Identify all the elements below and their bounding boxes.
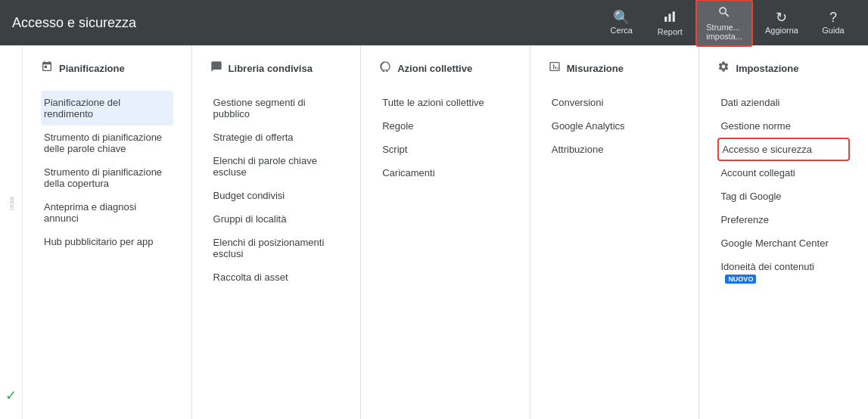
guida-button[interactable]: ? Guida [810, 6, 856, 39]
strumenti-icon [717, 5, 731, 21]
item-caricamenti[interactable]: Caricamenti [379, 161, 512, 185]
dropdown-overlay: a ura ✓ Pianificazione Pianificazione de… [0, 45, 868, 419]
item-strumento-parole[interactable]: Strumento di pianificazione delle parole… [41, 126, 173, 160]
dropdown-content: Pianificazione Pianificazione del rendim… [23, 45, 868, 419]
item-script[interactable]: Script [379, 138, 512, 161]
item-raccolta-asset[interactable]: Raccolta di asset [210, 265, 343, 289]
item-strumento-copertura[interactable]: Strumento di pianificazione della copert… [41, 160, 173, 195]
cerca-button[interactable]: 🔍 Cerca [599, 6, 644, 39]
report-button[interactable]: Report [647, 5, 692, 41]
nuovo-badge: NUOVO [725, 275, 756, 284]
item-strategie-offerta[interactable]: Strategie di offerta [210, 126, 343, 149]
idoneita-label: Idoneità dei contenuti [720, 261, 814, 272]
item-google-merchant[interactable]: Google Merchant Center [717, 231, 850, 255]
impostazione-header-icon [717, 61, 730, 76]
item-gruppi-localita[interactable]: Gruppi di località [210, 207, 343, 231]
item-anteprima[interactable]: Anteprima e diagnosi annunci [41, 195, 173, 230]
item-dati-aziendali[interactable]: Dati aziendali [717, 91, 850, 114]
item-tag-google[interactable]: Tag di Google [717, 185, 850, 208]
col-header-impostazione-label: Impostazione [736, 63, 798, 74]
strumenti-label: Strume...imposta... [706, 23, 742, 41]
aggiorna-button[interactable]: ↻ Aggiorna [756, 6, 807, 39]
strumenti-button[interactable]: Strume...imposta... [695, 0, 753, 47]
item-elenchi-parole[interactable]: Elenchi di parole chiave escluse [210, 149, 343, 184]
col-header-azioni: Azioni collettive [379, 61, 512, 79]
page-title: Accesso e sicurezza [12, 15, 599, 31]
aggiorna-label: Aggiorna [765, 26, 798, 35]
svg-rect-2 [673, 11, 675, 22]
pianificazione-header-icon [41, 61, 53, 76]
item-tutte-azioni[interactable]: Tutte le azioni collettive [379, 91, 512, 114]
report-label: Report [658, 27, 683, 36]
item-elenchi-posizionamenti[interactable]: Elenchi di posizionamenti esclusi [210, 231, 343, 265]
col-header-misurazione-label: Misurazione [567, 63, 624, 74]
item-idoneita[interactable]: Idoneità dei contenutiNUOVO [717, 255, 850, 290]
libreria-header-icon [210, 61, 222, 76]
cerca-label: Cerca [611, 26, 633, 35]
col-impostazione: Impostazione Dati aziendali Gestione nor… [699, 45, 868, 419]
col-header-misurazione: Misurazione [549, 61, 681, 79]
item-preferenze[interactable]: Preferenze [717, 208, 850, 231]
cerca-icon: 🔍 [613, 11, 630, 24]
nav-actions: 🔍 Cerca Report Strume...imposta... ↻ Agg… [599, 0, 856, 47]
col-header-libreria: Libreria condivisa [210, 61, 343, 79]
item-attribuzione[interactable]: Attribuzione [549, 138, 681, 161]
col-header-azioni-label: Azioni collettive [397, 63, 472, 74]
col-header-pianificazione: Pianificazione [41, 61, 173, 79]
item-pianificazione-rendimento[interactable]: Pianificazione del rendimento [41, 91, 173, 126]
item-regole[interactable]: Regole [379, 114, 512, 138]
item-conversioni[interactable]: Conversioni [549, 91, 681, 114]
col-header-pianificazione-label: Pianificazione [59, 63, 125, 74]
edge-label2: ura [8, 200, 15, 210]
col-header-impostazione: Impostazione [717, 61, 850, 79]
col-azioni: Azioni collettive Tutte le azioni collet… [361, 45, 530, 419]
item-gestione-segmenti[interactable]: Gestione segmenti di pubblico [210, 91, 343, 126]
misurazione-header-icon [549, 61, 561, 76]
aggiorna-icon: ↻ [776, 11, 787, 24]
svg-rect-1 [669, 14, 671, 22]
guida-label: Guida [822, 26, 844, 35]
top-nav: Accesso e sicurezza 🔍 Cerca Report Strum… [0, 0, 868, 45]
col-pianificazione: Pianificazione Pianificazione del rendim… [23, 45, 192, 419]
item-budget-condivisi[interactable]: Budget condivisi [210, 184, 343, 207]
guida-icon: ? [829, 11, 837, 24]
item-hub-pubblicitario[interactable]: Hub pubblicitario per app [41, 230, 173, 253]
col-libreria: Libreria condivisa Gestione segmenti di … [192, 45, 362, 419]
item-account-collegati[interactable]: Account collegati [717, 161, 850, 185]
svg-rect-0 [665, 17, 667, 22]
item-gestione-norme[interactable]: Gestione norme [717, 114, 850, 138]
checkmark-icon: ✓ [5, 387, 17, 404]
item-google-analytics[interactable]: Google Analytics [549, 114, 681, 138]
item-accesso-sicurezza[interactable]: Accesso e sicurezza [717, 138, 850, 161]
report-icon [663, 10, 677, 26]
left-sidebar-edge: a ura ✓ [0, 45, 23, 419]
col-misurazione: Misurazione Conversioni Google Analytics… [530, 45, 700, 419]
azioni-header-icon [379, 61, 391, 76]
col-header-libreria-label: Libreria condivisa [229, 63, 313, 74]
